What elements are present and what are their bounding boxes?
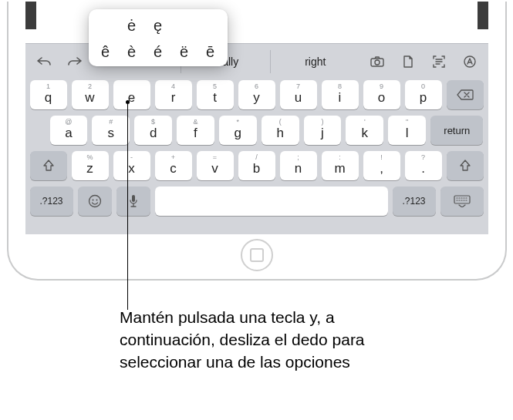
key-x[interactable]: -x	[113, 151, 150, 180]
onscreen-keyboard: really right 1q 2w 3e 4r 5t 6y 7u	[25, 43, 488, 234]
key-b[interactable]: /b	[238, 151, 275, 180]
svg-point-2	[464, 56, 475, 67]
key-y[interactable]: 6y	[238, 80, 275, 109]
mic-icon	[128, 194, 139, 208]
key-f[interactable]: &f	[177, 116, 214, 145]
svg-point-3	[89, 196, 100, 207]
camera-icon[interactable]	[363, 50, 391, 73]
accent-option[interactable]: ê	[93, 40, 118, 63]
key-m[interactable]: :m	[322, 151, 359, 180]
key-d[interactable]: $d	[134, 116, 172, 145]
svg-point-5	[96, 200, 97, 201]
key-a[interactable]: @a	[50, 116, 88, 145]
accent-popup: ė ę ê è é ë ē	[89, 9, 228, 66]
ipad-device-frame: ė ę ê è é ë ē really right	[7, 2, 507, 281]
key-row-3: %z -x +c =v /b ;n :m !, ?.	[30, 151, 484, 180]
svg-point-1	[375, 60, 380, 65]
numbers-key-left[interactable]: .?123	[30, 186, 73, 216]
key-o[interactable]: 9o	[363, 80, 400, 109]
key-w[interactable]: 2w	[72, 80, 109, 109]
key-h[interactable]: (h	[262, 116, 299, 145]
spacebar[interactable]	[155, 186, 388, 216]
document-icon[interactable]	[394, 50, 422, 73]
redo-icon[interactable]	[61, 50, 89, 73]
key-k[interactable]: 'k	[346, 116, 383, 145]
prediction-slot[interactable]: right	[270, 50, 359, 73]
help-caption: Mantén pulsada una tecla y, a continuaci…	[120, 307, 374, 374]
numbers-key-right[interactable]: .?123	[393, 186, 436, 216]
dictation-key[interactable]	[116, 186, 150, 216]
key-g[interactable]: *g	[219, 116, 257, 145]
accent-option[interactable]: ē	[198, 40, 223, 63]
accent-option[interactable]: é	[146, 40, 170, 63]
accent-option[interactable]: ę	[146, 14, 170, 37]
key-p[interactable]: 0p	[405, 80, 442, 109]
key-e[interactable]: 3e	[113, 80, 150, 109]
emoji-icon	[88, 194, 102, 208]
hide-keyboard-key[interactable]	[440, 186, 484, 216]
shift-key-left[interactable]	[30, 151, 67, 180]
key-comma[interactable]: !,	[363, 151, 400, 180]
return-key[interactable]: return	[430, 116, 483, 145]
key-n[interactable]: ;n	[280, 151, 317, 180]
svg-rect-7	[454, 196, 470, 203]
svg-point-4	[92, 200, 93, 201]
backspace-icon	[457, 89, 474, 100]
key-t[interactable]: 5t	[197, 80, 234, 109]
shift-icon	[42, 160, 55, 172]
shift-icon	[459, 160, 471, 172]
shift-key-right[interactable]	[447, 151, 484, 180]
key-u[interactable]: 7u	[280, 80, 317, 109]
key-c[interactable]: +c	[155, 151, 192, 180]
accent-option[interactable]: ë	[172, 40, 197, 63]
key-row-4: .?123 .?123	[30, 186, 484, 216]
key-j[interactable]: )j	[304, 116, 342, 145]
accent-option[interactable]: è	[120, 40, 144, 63]
key-row-2: @a #s $d &f *g (h )j 'k "l return	[30, 116, 484, 145]
keyboard-hide-icon	[454, 195, 471, 207]
key-i[interactable]: 8i	[322, 80, 359, 109]
undo-icon[interactable]	[30, 50, 58, 73]
scan-text-icon[interactable]	[425, 50, 453, 73]
key-s[interactable]: #s	[92, 116, 130, 145]
key-v[interactable]: =v	[197, 151, 234, 180]
svg-rect-6	[132, 195, 135, 202]
key-period[interactable]: ?.	[405, 151, 442, 180]
emoji-key[interactable]	[78, 186, 112, 216]
key-row-1: 1q 2w 3e 4r 5t 6y 7u 8i 9o 0p	[30, 80, 484, 109]
key-l[interactable]: "l	[388, 116, 426, 145]
key-q[interactable]: 1q	[30, 80, 67, 109]
key-r[interactable]: 4r	[155, 80, 192, 109]
markup-icon[interactable]	[456, 50, 484, 73]
home-button[interactable]	[241, 239, 273, 271]
key-z[interactable]: %z	[72, 151, 109, 180]
backspace-key[interactable]	[447, 80, 484, 109]
accent-option[interactable]: ė	[120, 14, 144, 37]
